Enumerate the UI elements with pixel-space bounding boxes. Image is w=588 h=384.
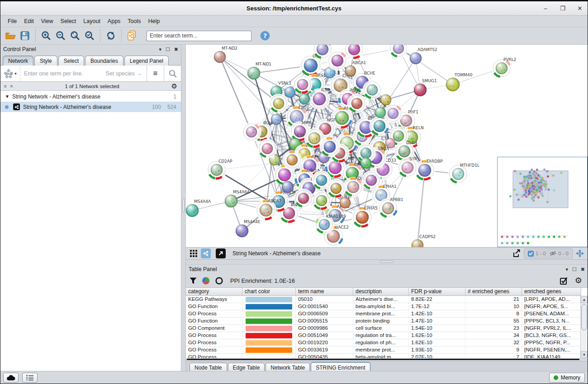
pie-chart-icon[interactable] xyxy=(202,277,210,285)
column-header[interactable]: enriched genes xyxy=(522,288,581,296)
column-header[interactable]: term name xyxy=(296,288,353,296)
checkbox-icon[interactable] xyxy=(528,251,534,257)
network-node[interactable]: EPHA5 xyxy=(352,206,378,228)
network-node[interactable] xyxy=(242,122,261,142)
cloud-button[interactable] xyxy=(3,373,19,383)
menu-view[interactable]: View xyxy=(38,17,57,26)
donut-chart-icon[interactable] xyxy=(215,277,223,285)
table-hscrollbar[interactable] xyxy=(186,358,588,361)
network-node[interactable] xyxy=(389,45,408,58)
table-row[interactable]: GO ProcessGO:0033619membrane prot...1.93… xyxy=(186,347,580,354)
menu-file[interactable]: File xyxy=(4,17,20,26)
gear-icon[interactable]: ⚙ xyxy=(171,83,177,89)
table-row[interactable]: GO ProcessGO:0006509membrane prot...1.42… xyxy=(186,310,580,318)
network-row[interactable]: String Network - Alzheimer's disease 100… xyxy=(0,102,181,112)
network-node[interactable]: PVRL2 xyxy=(492,57,517,79)
network-node[interactable] xyxy=(327,51,348,71)
scroll-down-arrow[interactable]: ▼ xyxy=(581,351,588,358)
network-node[interactable] xyxy=(380,94,391,105)
clone-network-button[interactable] xyxy=(125,29,139,42)
network-node[interactable]: TARDBP xyxy=(414,159,443,181)
settings-gear-icon[interactable]: ⚙ xyxy=(575,276,582,285)
zoom-fit-button[interactable] xyxy=(68,29,82,42)
maximize-button[interactable]: ❐ xyxy=(560,5,566,11)
tab-boundaries[interactable]: Boundaries xyxy=(85,56,123,66)
menu-help[interactable]: Help xyxy=(145,17,164,26)
network-node[interactable] xyxy=(283,150,302,170)
network-node[interactable]: CADPS2 xyxy=(412,234,436,247)
network-node[interactable]: MS4A4E xyxy=(236,220,261,237)
table-row[interactable]: GO ComponentGO:0009986cell surface1.54E-… xyxy=(186,325,580,332)
network-node[interactable]: TOMM40 xyxy=(446,73,473,91)
network-node[interactable]: MT-ND2 xyxy=(214,46,237,63)
table-row[interactable]: GO FunctionGO:0005515protein binding1.47… xyxy=(186,318,580,325)
menu-layout[interactable]: Layout xyxy=(80,17,104,26)
column-header[interactable]: category xyxy=(186,288,242,296)
tab-style[interactable]: Style xyxy=(34,56,57,66)
string-logo-dropdown[interactable]: STRING ▾ xyxy=(0,66,20,81)
network-node[interactable]: ADAMTS2 xyxy=(410,47,437,64)
expand-all-icon[interactable]: » xyxy=(9,84,14,88)
string-search-button[interactable] xyxy=(164,66,181,81)
horizontal-splitter[interactable] xyxy=(186,260,588,264)
save-session-button[interactable] xyxy=(18,29,32,42)
zoom-out-button[interactable] xyxy=(53,29,68,42)
table-row[interactable]: GO ProcessGO:0050435beta-amyloid m...2.0… xyxy=(186,354,580,358)
network-node[interactable] xyxy=(360,158,371,169)
column-header[interactable]: # enriched genes xyxy=(465,288,522,296)
network-node[interactable] xyxy=(340,197,351,208)
network-nodes[interactable]: MT-ND2MT-ND1VSNL1GAB2ADAMTS2PVRL2TOMM40S… xyxy=(186,45,517,247)
collapse-all-icon[interactable]: » xyxy=(3,84,8,88)
tab-legend-panel[interactable]: Legend Panel xyxy=(124,56,169,66)
scrollbar-thumb[interactable] xyxy=(581,304,587,330)
memory-button[interactable]: Memory xyxy=(549,373,585,383)
network-node[interactable]: MT-ND1 xyxy=(247,62,271,80)
network-node[interactable] xyxy=(269,94,289,113)
network-node[interactable]: SMUG1 xyxy=(414,79,437,96)
birdseye-toggle-button[interactable] xyxy=(575,248,585,258)
network-collection-row[interactable]: ▼ String Network - Alzheimer's disease 1 xyxy=(0,91,181,102)
tree-expand-icon[interactable]: ▼ xyxy=(5,94,12,99)
network-node[interactable] xyxy=(294,189,313,208)
menu-edit[interactable]: Edit xyxy=(20,17,38,26)
filter-icon[interactable] xyxy=(190,277,197,284)
network-node[interactable] xyxy=(347,94,367,113)
menu-select[interactable]: Select xyxy=(57,17,80,26)
splitter-handle[interactable] xyxy=(182,198,185,212)
panel-float-icon[interactable]: ☐ xyxy=(572,267,577,272)
network-node[interactable]: APBB1 xyxy=(378,197,403,219)
tab-network[interactable]: Network xyxy=(3,56,33,66)
column-header[interactable]: description xyxy=(353,288,409,296)
network-node[interactable] xyxy=(362,171,381,190)
network-node[interactable] xyxy=(293,75,313,94)
grid-view-button[interactable] xyxy=(189,248,199,258)
open-in-browser-button[interactable] xyxy=(216,248,226,258)
string-view-button[interactable] xyxy=(201,248,211,258)
table-scrollbar[interactable]: ▲ ▼ xyxy=(580,296,588,358)
network-node[interactable] xyxy=(271,114,282,125)
panel-close-icon[interactable]: ✖ xyxy=(174,47,178,52)
panel-collapse-icon[interactable]: ▾ xyxy=(565,267,568,272)
network-canvas[interactable]: MT-ND2MT-ND1VSNL1GAB2ADAMTS2PVRL2TOMM40S… xyxy=(186,45,588,247)
network-node[interactable] xyxy=(363,80,382,100)
panel-collapse-icon[interactable]: ▾ xyxy=(159,47,161,52)
eye-off-icon[interactable] xyxy=(550,251,556,256)
export-network-button[interactable] xyxy=(512,248,522,258)
splitter-handle[interactable] xyxy=(380,261,394,263)
table-row[interactable]: GO ProcessGO:0019220regulation of ph...1… xyxy=(186,339,580,347)
tab-select[interactable]: Select xyxy=(58,56,84,66)
task-list-button[interactable] xyxy=(22,373,38,383)
network-node[interactable] xyxy=(384,104,403,123)
network-node[interactable] xyxy=(375,107,386,118)
help-button[interactable]: ? xyxy=(258,29,272,42)
network-node[interactable] xyxy=(258,139,277,159)
network-node[interactable] xyxy=(320,137,340,157)
column-header[interactable]: chart color xyxy=(242,288,296,296)
table-row[interactable]: KEGG Pathways05010Alzheimer's dise...8.8… xyxy=(186,296,580,303)
menu-apps[interactable]: Apps xyxy=(104,17,124,26)
string-options-button[interactable]: ≡ xyxy=(147,66,164,81)
network-node[interactable] xyxy=(385,138,395,148)
zoom-selected-button[interactable] xyxy=(82,29,97,42)
minimize-button[interactable]: – xyxy=(542,5,549,11)
birdseye-panel[interactable] xyxy=(497,157,588,247)
